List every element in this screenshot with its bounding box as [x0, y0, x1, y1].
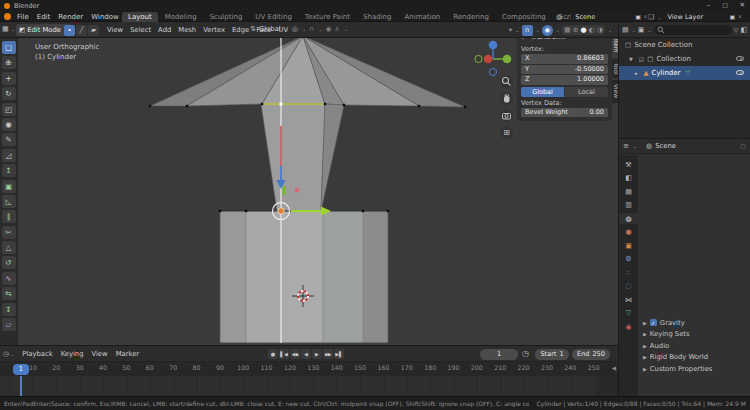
collapse-triangle-icon[interactable]: ▼	[521, 38, 525, 40]
properties-tab-tool[interactable]: ⚒	[619, 159, 638, 170]
space-button[interactable]: Local	[565, 87, 608, 97]
tool-button-measure[interactable]: ◿	[2, 149, 16, 162]
gizmo-toggle-icon[interactable]: ⌖	[508, 26, 512, 34]
viewport-menu[interactable]: Add	[155, 25, 174, 35]
properties-section-gravity[interactable]: ▶ ✓ Gravity	[640, 317, 750, 329]
workspace-tab-rendering[interactable]: Rendering	[447, 12, 495, 22]
tool-button-move[interactable]: +	[2, 72, 16, 85]
outliner-filter-mode-icon[interactable]: ▣	[638, 26, 645, 34]
view-layer-selector[interactable]: ❏⌄ View Layer ▣ ✕	[648, 12, 742, 21]
timeline-editor-icon[interactable]: ◷	[3, 350, 9, 358]
new-scene-icon[interactable]: ▣	[635, 13, 641, 20]
playback-next-keyframe[interactable]: ▪▶	[323, 349, 333, 359]
playhead[interactable]: 1	[13, 364, 29, 375]
properties-tab-physics[interactable]: ◌	[619, 281, 638, 292]
properties-tab-object[interactable]: ▣	[619, 240, 638, 251]
viewport-menu[interactable]: Vertex	[200, 25, 228, 35]
snap-magnet-icon[interactable]: ∩	[309, 25, 314, 33]
tool-button-extrude-region[interactable]: ↥	[2, 164, 16, 177]
outliner-row-scene-collection[interactable]: ▢ Scene Collection	[619, 38, 750, 52]
expand-triangle-icon[interactable]: ▼	[629, 56, 633, 62]
mode-dropdown[interactable]: ◩ Edit Mode ⌄	[16, 24, 71, 36]
overlays-toggle-icon[interactable]: ◉	[542, 25, 553, 36]
auto-keyframe-icon[interactable]: ◷	[522, 349, 529, 358]
wireframe-shading-icon[interactable]: ⊕	[573, 26, 579, 34]
minimize-button[interactable]: –	[707, 1, 710, 9]
outliner-search-box[interactable]	[654, 25, 732, 35]
playback-prev-keyframe[interactable]: ◀▪	[290, 349, 300, 359]
playback-play-reverse[interactable]: ◀	[301, 349, 311, 359]
properties-tab-world[interactable]: ●	[619, 227, 638, 238]
tool-button-loop-cut[interactable]: ∥	[2, 210, 16, 223]
viewport-menu[interactable]: View	[104, 25, 126, 35]
timeline-menu[interactable]: Keying	[57, 349, 88, 359]
properties-editor-icon[interactable]: ≡	[623, 142, 629, 150]
pin-icon[interactable]: ○	[740, 142, 746, 150]
viewport-menu[interactable]: Edge	[229, 25, 252, 35]
tool-button-scale[interactable]: ◰	[2, 103, 16, 116]
tool-button-spin[interactable]: ↺	[2, 256, 16, 269]
scene-selector[interactable]: ◍⌄ Scene ▣ ✕	[556, 12, 648, 21]
hide-collection-eye-icon[interactable]	[736, 55, 744, 63]
filter-funnel-icon[interactable]: ▽	[734, 26, 739, 33]
material-shading-icon[interactable]: ◐	[589, 26, 595, 34]
tool-button-knife[interactable]: ✂	[2, 226, 16, 239]
remove-view-layer-icon[interactable]: ✕	[737, 13, 742, 20]
tool-button-cursor[interactable]: ⊕	[2, 56, 16, 69]
view-layer-name-field[interactable]: View Layer	[663, 12, 727, 21]
space-button[interactable]: Global	[521, 87, 564, 97]
workspace-tab-compositing[interactable]: Compositing	[496, 12, 552, 22]
scene-name-field[interactable]: Scene	[571, 12, 633, 21]
tool-button-transform[interactable]: ◉	[2, 118, 16, 131]
vertex-select-mode-button[interactable]: ∙	[64, 25, 75, 36]
toggle-ortho-button[interactable]: ⊞	[500, 126, 513, 139]
timeline-menu[interactable]: View	[87, 349, 111, 359]
gravity-checkbox[interactable]: ✓	[650, 319, 657, 326]
properties-tab-render[interactable]: ◧	[619, 173, 638, 184]
viewport-menu[interactable]: Mesh	[175, 25, 199, 35]
properties-tab-view-layer[interactable]: ▥	[619, 200, 638, 211]
timeline-ruler[interactable]: 1020304050607080901001101201301401501601…	[0, 362, 618, 376]
pivot-point-icon[interactable]: ◎	[292, 25, 298, 33]
rendered-shading-icon[interactable]: ◑	[597, 26, 603, 34]
tool-button-poly-build[interactable]: △	[2, 241, 16, 254]
workspace-tab-sculpting[interactable]: Sculpting	[204, 12, 249, 22]
proportional-falloff-icon[interactable]: ∧	[335, 25, 340, 33]
properties-tab-output[interactable]: ▤	[619, 186, 638, 197]
playback-play[interactable]: ▶	[312, 349, 322, 359]
collection-checkbox-icon[interactable]: ☑	[639, 56, 644, 63]
timeline-track[interactable]	[0, 376, 618, 397]
viewport-menu[interactable]: Select	[127, 25, 154, 35]
properties-tab-object-data[interactable]: ▽	[619, 308, 638, 319]
timeline-collapse-arrow-icon[interactable]: ◀	[612, 365, 616, 371]
playback-record[interactable]: ●	[268, 349, 278, 359]
topbar-menu[interactable]: Window	[87, 12, 123, 22]
properties-section-keying-sets[interactable]: ▶ Keying Sets	[640, 329, 750, 341]
outliner-row-cylinder[interactable]: ▸ ▲ Cylinder ▽	[619, 66, 750, 80]
workspace-tab-texture-paint[interactable]: Texture Paint	[299, 12, 356, 22]
tool-button-annotate[interactable]: ✎	[2, 133, 16, 146]
face-select-mode-button[interactable]: ▰	[88, 25, 99, 36]
workspace-tab-animation[interactable]: Animation	[398, 12, 446, 22]
tool-button-shear[interactable]: ▱	[2, 318, 16, 331]
workspace-tab-modeling[interactable]: Modeling	[159, 12, 203, 22]
bevel-weight-field[interactable]: Bevel Weight 0.00	[521, 108, 608, 118]
properties-tab-particles[interactable]: ∴	[619, 267, 638, 278]
camera-view-button[interactable]	[500, 109, 513, 122]
expand-dot-icon[interactable]: ▸	[635, 70, 638, 76]
orientation-dropdown[interactable]: Global	[259, 25, 281, 33]
xray-toggle-icon[interactable]: ▦	[564, 26, 571, 34]
playhead-line[interactable]	[20, 376, 22, 397]
navigation-gizmo[interactable]	[474, 38, 512, 78]
topbar-menu[interactable]: Render	[54, 12, 87, 22]
playback-jump-start[interactable]: ▌◀	[279, 349, 289, 359]
viewport-editor-type-button[interactable]: ▦⌄	[2, 25, 15, 33]
tool-button-rotate[interactable]: ↻	[2, 87, 16, 100]
workspace-tab-uv-editing[interactable]: UV Editing	[249, 12, 298, 22]
frame-end-field[interactable]: End250	[572, 349, 610, 360]
proportional-editing-icon[interactable]: ◉	[325, 25, 331, 33]
outliner-options-icon[interactable]: ◧	[740, 26, 747, 34]
topbar-menu[interactable]: Edit	[33, 12, 55, 22]
tool-button-edge-slide[interactable]: ⇆	[2, 287, 16, 300]
tool-button-select-box[interactable]: ▢	[2, 41, 16, 54]
